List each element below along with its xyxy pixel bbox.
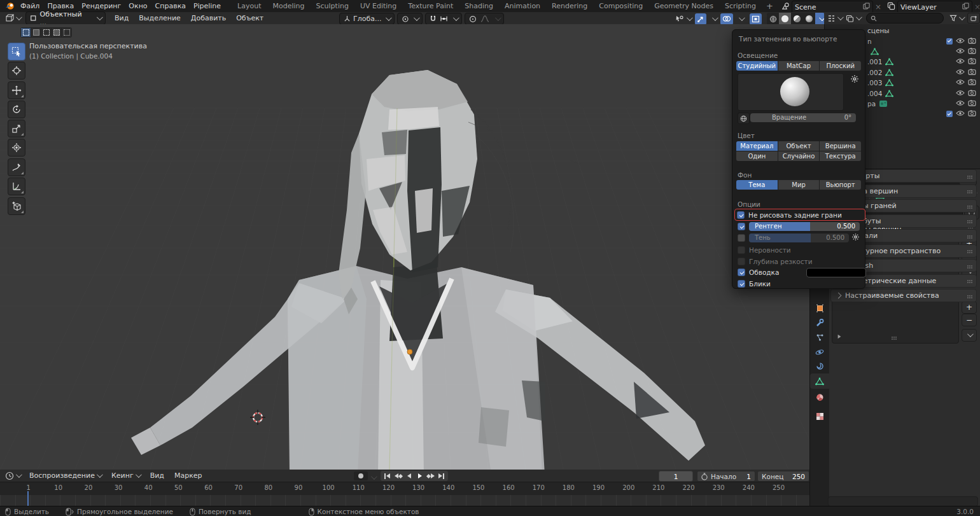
shading-material-button[interactable] xyxy=(791,13,803,25)
prev-keyframe-button[interactable] xyxy=(393,471,403,481)
shading-rendered-button[interactable] xyxy=(803,13,815,25)
hide-eye-icon[interactable] xyxy=(956,69,965,76)
color-texture-button[interactable]: Текстура xyxy=(820,151,861,161)
lighting-matcap-button[interactable]: MatCap xyxy=(778,61,820,71)
shading-options-dropdown[interactable] xyxy=(815,13,825,25)
viewlayer-field[interactable]: ViewLayer xyxy=(897,1,972,13)
hide-eye-icon[interactable] xyxy=(956,90,965,97)
disable-render-camera-icon[interactable] xyxy=(968,90,976,97)
outline-checkbox[interactable] xyxy=(738,268,745,276)
panel-grip[interactable] xyxy=(967,206,969,207)
topbar-menu-item[interactable]: Справка xyxy=(151,2,190,10)
snap-cluster[interactable] xyxy=(425,13,462,25)
hide-eye-icon[interactable] xyxy=(956,100,965,108)
topbar-menu-item[interactable]: Pipeline xyxy=(190,2,225,10)
tab-object-data[interactable] xyxy=(810,373,829,389)
tab-physics[interactable] xyxy=(810,344,829,359)
outliner-search[interactable] xyxy=(866,13,944,24)
shape-key-specials-button[interactable] xyxy=(962,329,977,342)
workspace-tab[interactable]: Scripting xyxy=(720,1,761,11)
workspace-tab[interactable]: Shading xyxy=(459,1,498,11)
playhead-line[interactable] xyxy=(27,491,29,506)
next-keyframe-button[interactable] xyxy=(425,471,436,481)
world-space-lighting-button[interactable] xyxy=(738,113,750,124)
workspace-tab[interactable]: UV Editing xyxy=(355,1,402,11)
topbar-menu-item[interactable]: Окно xyxy=(125,2,151,10)
orientation-selector[interactable]: Глоба... xyxy=(339,13,395,25)
workspace-tab[interactable]: Modeling xyxy=(268,1,310,11)
jump-to-start-button[interactable] xyxy=(382,471,393,481)
current-frame-field[interactable]: 1 xyxy=(659,471,693,482)
color-object-button[interactable]: Объект xyxy=(778,141,820,151)
tool-measure[interactable] xyxy=(8,178,25,195)
xray-checkbox[interactable] xyxy=(738,223,745,230)
color-vertex-button[interactable]: Вершина xyxy=(820,141,861,151)
shadow-slider[interactable]: Тень 0.500 xyxy=(749,234,849,242)
lighting-studio-button[interactable]: Студийный xyxy=(736,61,778,71)
disable-render-camera-icon[interactable] xyxy=(968,48,976,55)
tool-rotate[interactable] xyxy=(8,101,25,118)
collection-checkbox[interactable] xyxy=(946,38,953,45)
lighting-flat-button[interactable]: Плоский xyxy=(820,61,861,71)
timeline-menu-keying[interactable]: Кеинг xyxy=(106,471,145,480)
timeline-ruler[interactable]: 1102030405060708090100110120130140150160… xyxy=(0,482,809,495)
add-workspace-button[interactable]: + xyxy=(762,1,777,11)
timeline-track[interactable] xyxy=(0,495,809,506)
timeline-menu-playback[interactable]: Воспроизведение xyxy=(24,471,106,480)
unlink-scene-icon[interactable]: × xyxy=(875,3,881,11)
tab-modifiers[interactable] xyxy=(810,315,829,330)
topbar-menu-item[interactable]: Правка xyxy=(43,2,78,10)
outliner-display-mode[interactable] xyxy=(827,15,842,22)
backface-culling-checkbox[interactable] xyxy=(737,211,745,219)
viewport-3d[interactable]: Пользовательская перспектива (1) Collect… xyxy=(0,24,825,470)
tab-particles[interactable] xyxy=(810,330,829,345)
topbar-menu-item[interactable]: Рендеринг xyxy=(78,2,125,10)
scene-field[interactable]: Scene xyxy=(792,1,873,13)
collapsed-panel-header[interactable]: Настраиваемые свойства xyxy=(830,289,977,302)
overlays-dropdown[interactable] xyxy=(735,13,745,25)
specular-checkbox[interactable] xyxy=(738,280,745,288)
panel-grip[interactable] xyxy=(967,295,969,296)
select-mode-set[interactable] xyxy=(21,28,31,37)
color-single-button[interactable]: Один xyxy=(736,151,778,161)
workspace-tab[interactable]: Rendering xyxy=(547,1,592,11)
tool-scale[interactable] xyxy=(8,120,25,137)
blender-logo-icon[interactable] xyxy=(5,1,15,12)
timeline-editor-type-button[interactable] xyxy=(5,471,20,480)
disable-render-camera-icon[interactable] xyxy=(968,58,976,66)
panel-grip[interactable] xyxy=(967,280,969,281)
workspace-tab[interactable]: Sculpting xyxy=(311,1,354,11)
cavity-checkbox[interactable] xyxy=(738,246,745,254)
tab-constraints[interactable] xyxy=(810,358,829,373)
shading-solid-button[interactable] xyxy=(779,13,791,25)
object-types-visibility-button[interactable] xyxy=(673,13,693,25)
background-theme-button[interactable]: Тема xyxy=(736,180,778,190)
hide-eye-icon[interactable] xyxy=(956,79,965,87)
workspace-tab[interactable]: Layout xyxy=(232,1,266,11)
collection-checkbox[interactable] xyxy=(946,111,953,117)
shadow-checkbox[interactable] xyxy=(738,234,745,242)
play-button[interactable] xyxy=(414,471,425,481)
viewport-menu-item[interactable]: Выделение xyxy=(134,14,186,22)
studiolight-preview[interactable] xyxy=(738,73,844,111)
shape-keys-play-icon[interactable] xyxy=(838,335,841,338)
studiolight-settings-gear-icon[interactable] xyxy=(850,74,859,85)
select-mode-extend[interactable] xyxy=(31,28,41,37)
workspace-tab[interactable]: Animation xyxy=(500,1,545,11)
viewport-menu-item[interactable]: Добавить xyxy=(186,14,231,22)
disable-render-camera-icon[interactable] xyxy=(968,38,976,45)
gizmos-dropdown[interactable] xyxy=(708,13,718,25)
topbar-menu-item[interactable]: Файл xyxy=(17,2,43,10)
xray-toggle[interactable] xyxy=(750,13,762,25)
tab-texture[interactable] xyxy=(810,408,829,424)
pivot-selector[interactable] xyxy=(397,13,423,25)
frame-start-field[interactable]: Начало 1 xyxy=(697,471,755,482)
frame-end-field[interactable]: Конец 250 xyxy=(757,471,809,482)
xray-slider[interactable]: Рентген 0.500 xyxy=(749,222,860,231)
select-mode-invert[interactable] xyxy=(52,28,61,37)
dof-checkbox[interactable] xyxy=(738,258,745,265)
select-mode-subtract[interactable] xyxy=(41,28,51,37)
timeline-menu-marker[interactable]: Маркер xyxy=(169,471,207,480)
panel-grip[interactable] xyxy=(967,250,969,251)
jump-to-end-button[interactable] xyxy=(436,471,447,481)
